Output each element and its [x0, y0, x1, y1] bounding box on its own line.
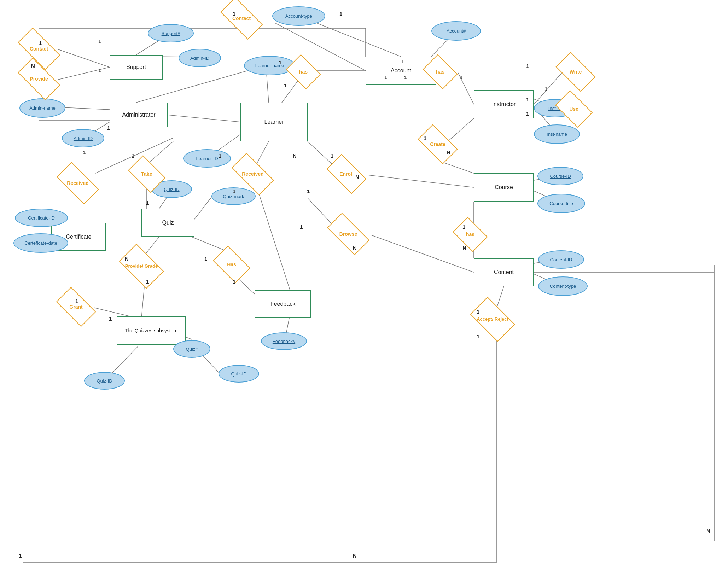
card-38: 1 [477, 333, 479, 339]
rel-received-grade: Received [233, 163, 272, 185]
attr-account-type: Account-type [272, 6, 325, 26]
entity-learner: Learner [240, 103, 308, 141]
card-32: N [353, 245, 357, 251]
rel-use: Use [558, 98, 590, 120]
card-42: N [353, 553, 357, 559]
svg-line-27 [147, 141, 173, 164]
rel-contact-top: Contact [222, 8, 261, 29]
attr-cert-date: Certeficate-date [13, 233, 68, 253]
card-41: 1 [19, 553, 22, 559]
svg-line-13 [58, 67, 110, 80]
entity-quizzes-subsystem: The Quizzes subsystem [117, 316, 186, 345]
svg-line-49 [145, 237, 159, 255]
svg-line-9 [58, 49, 110, 67]
svg-line-33 [308, 141, 332, 164]
attr-support-num: Support# [148, 24, 194, 42]
svg-line-30 [194, 196, 212, 219]
svg-line-34 [368, 175, 474, 187]
card-2: 1 [339, 11, 342, 17]
card-10: 1 [284, 82, 287, 88]
card-7: N [31, 63, 35, 69]
rel-has-instructor: has [426, 61, 454, 82]
entity-quiz: Quiz [141, 209, 194, 237]
card-22: N [355, 174, 359, 180]
entity-instructor: Instructor [474, 90, 534, 118]
card-43: N [706, 528, 710, 534]
entity-feedback: Feedback [255, 290, 311, 318]
svg-line-36 [444, 163, 474, 173]
attr-admin-id-support: Admin-ID [179, 49, 221, 67]
card-39: 1 [75, 298, 78, 304]
er-diagram: Account Support Administrator Learner In… [0, 0, 728, 577]
card-40: 1 [109, 316, 112, 322]
entity-support: Support [110, 55, 163, 80]
attr-quiz-id-bottom: Quiz-ID [84, 372, 125, 390]
svg-line-48 [308, 198, 332, 225]
card-5: 1 [39, 40, 42, 46]
card-34: 1 [146, 279, 149, 285]
rel-take: Take [131, 163, 163, 185]
attr-course-title: Course-title [537, 194, 585, 213]
card-35: 1 [204, 256, 207, 262]
card-4: 1 [404, 74, 407, 80]
svg-line-32 [256, 186, 290, 290]
entity-course: Course [474, 173, 534, 202]
card-24: N [447, 149, 450, 155]
card-37: 1 [477, 309, 479, 315]
rel-write: Write [558, 61, 593, 82]
attr-content-type: Content-type [538, 276, 588, 296]
card-27: 1 [526, 97, 529, 103]
entity-administrator: Administrator [110, 103, 168, 127]
attr-feedback-num: Feedback# [261, 332, 307, 350]
card-26: 1 [544, 86, 547, 92]
card-28: 1 [526, 111, 529, 117]
card-6: 1 [98, 38, 101, 44]
card-16: 1 [146, 200, 149, 206]
card-20: 1 [307, 188, 310, 194]
svg-line-31 [256, 141, 269, 164]
rel-received-cert: Received [58, 173, 97, 194]
card-9: 1 [279, 59, 281, 65]
svg-line-57 [497, 286, 504, 308]
card-12: 1 [384, 74, 387, 80]
attr-admin-name: Admin-name [19, 98, 65, 118]
attr-admin-id-main: Admin-ID [62, 129, 104, 147]
card-14: 1 [83, 149, 86, 155]
card-8: 1 [98, 67, 101, 73]
card-17: 1 [219, 153, 221, 159]
rel-has-feedback: Has [216, 254, 247, 275]
attr-quiz-id-sub: Quiz-ID [219, 365, 259, 383]
svg-line-18 [168, 115, 240, 122]
attr-inst-name: Inst-name [534, 124, 580, 144]
card-19: N [293, 153, 297, 159]
card-25: 1 [526, 63, 529, 69]
card-36: 1 [233, 279, 235, 285]
attr-content-id: Content-ID [538, 250, 584, 269]
rel-has-course: has [456, 224, 484, 245]
attr-account-num: Account# [431, 21, 481, 41]
attr-course-id: Course-ID [537, 167, 583, 185]
rel-browse: Browse [329, 223, 368, 245]
card-3: 1 [401, 58, 404, 64]
attr-learner-name: Learner-name [244, 56, 295, 75]
er-connections [0, 0, 728, 577]
rel-provide: Provide [19, 68, 58, 89]
rel-has-learner: has [289, 61, 318, 82]
attr-learner-id: Learner-ID [183, 149, 231, 168]
card-33: N [125, 256, 129, 262]
attr-cert-id: Certificate-ID [15, 209, 68, 227]
card-21: 1 [331, 153, 333, 159]
attr-quiz-num-sub: Quiz# [173, 340, 210, 358]
card-31: 1 [300, 224, 303, 230]
card-15: 1 [132, 153, 134, 159]
entity-content: Content [474, 258, 534, 286]
card-30: N [462, 245, 466, 251]
card-29: 1 [462, 224, 465, 230]
card-13: 1 [107, 125, 110, 131]
card-23: 1 [424, 135, 426, 141]
card-11: 1 [460, 74, 462, 80]
card-18: 1 [233, 188, 235, 194]
